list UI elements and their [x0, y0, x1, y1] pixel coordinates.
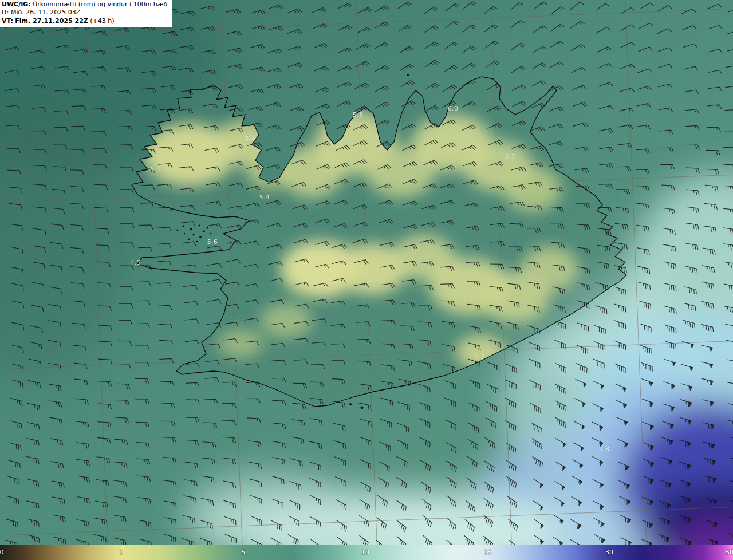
precip-colorbar: 01510153050 [0, 545, 733, 560]
colorbar-tick: 1 [119, 545, 123, 560]
map-area: 5.86.05.43.52.95.15.45.64.53.89.8 [0, 0, 733, 545]
colorbar-tick: 10 [361, 545, 369, 560]
valid-time: Fim. 27.11.2025 22Z [15, 17, 88, 25]
init-time-line: IT: Mið. 26. 11. 2025 03Z [2, 9, 167, 17]
model-label: UWC/IG: [2, 1, 31, 8]
header-title-line: UWC/IG: Úrkomumætti (mm) og vindur í 100… [2, 1, 167, 9]
colorbar-tick: 0 [0, 545, 4, 560]
weather-map-canvas [0, 0, 733, 545]
colorbar-tick-labels: 01510153050 [0, 545, 733, 560]
valid-offset: (+43 h) [90, 17, 114, 25]
chart-title: Úrkomumætti (mm) og vindur í 100m hæð [33, 1, 167, 8]
init-time: Mið. 26. 11. 2025 03Z [11, 9, 80, 16]
colorbar-tick: 50 [726, 545, 733, 560]
init-label: IT: [2, 9, 9, 16]
valid-time-line: VT: Fim. 27.11.2025 22Z (+43 h) [2, 17, 167, 25]
colorbar-tick: 5 [242, 545, 246, 560]
colorbar-tick: 15 [484, 545, 492, 560]
valid-label: VT: [2, 17, 13, 25]
weather-chart-page: 5.86.05.43.52.95.15.45.64.53.89.8 UWC/IG… [0, 0, 733, 560]
forecast-header: UWC/IG: Úrkomumætti (mm) og vindur í 100… [0, 0, 172, 27]
colorbar-tick: 30 [605, 545, 613, 560]
